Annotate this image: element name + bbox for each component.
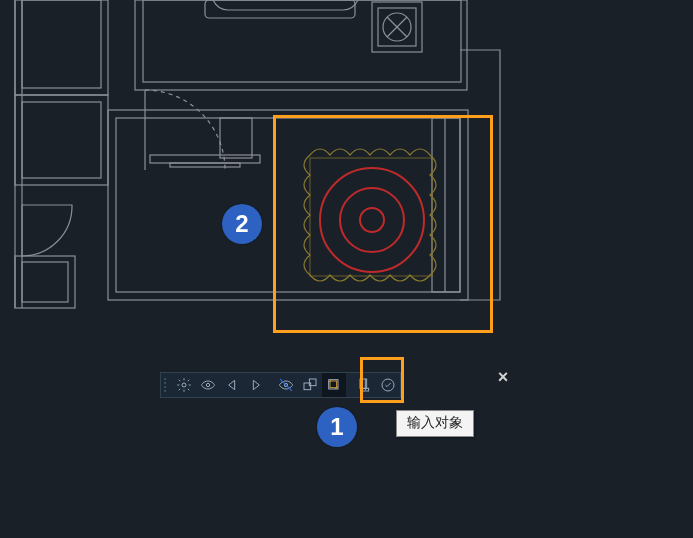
- svg-rect-9: [143, 0, 461, 82]
- svg-point-29: [206, 383, 209, 386]
- tooltip: 输入对象: [396, 410, 474, 437]
- clip-icon: [326, 377, 342, 393]
- toolbar-grip[interactable]: [163, 373, 169, 397]
- svg-rect-5: [22, 102, 101, 178]
- svg-rect-2: [15, 0, 108, 95]
- triangle-left-icon: [224, 377, 240, 393]
- settings-button[interactable]: [172, 373, 196, 397]
- check-circle-icon: [380, 377, 396, 393]
- svg-rect-35: [330, 381, 337, 388]
- svg-point-39: [382, 379, 394, 391]
- drawing-canvas[interactable]: [0, 0, 693, 538]
- svg-rect-4: [15, 95, 108, 185]
- hide-view-button[interactable]: [274, 373, 298, 397]
- scale-icon: [302, 377, 318, 393]
- svg-rect-10: [205, 0, 355, 18]
- visibility-button[interactable]: [196, 373, 220, 397]
- svg-point-25: [360, 208, 384, 232]
- prev-button[interactable]: [220, 373, 244, 397]
- svg-rect-8: [135, 0, 467, 90]
- svg-rect-6: [15, 256, 75, 308]
- svg-rect-17: [108, 110, 468, 300]
- close-icon: ×: [498, 367, 509, 388]
- close-button[interactable]: ×: [494, 368, 512, 386]
- viewer-toolbar: [160, 372, 401, 398]
- svg-rect-7: [22, 262, 68, 302]
- confirm-button[interactable]: [376, 373, 400, 397]
- svg-point-28: [182, 383, 186, 387]
- svg-rect-18: [116, 118, 460, 292]
- scale-button[interactable]: [298, 373, 322, 397]
- doc-icon: [356, 377, 372, 393]
- doc-button[interactable]: [352, 373, 376, 397]
- triangle-right-icon: [248, 377, 264, 393]
- next-button[interactable]: [244, 373, 268, 397]
- cad-drawing: [0, 0, 693, 538]
- tooltip-text: 输入对象: [407, 414, 463, 430]
- svg-point-27: [320, 168, 424, 272]
- eye-slash-icon: [278, 377, 294, 393]
- gear-icon: [176, 377, 192, 393]
- svg-rect-20: [150, 155, 260, 163]
- svg-rect-24: [310, 158, 432, 276]
- input-object-button[interactable]: [322, 373, 346, 397]
- svg-rect-21: [170, 163, 240, 167]
- eye-icon: [200, 377, 216, 393]
- svg-point-26: [340, 188, 404, 252]
- svg-rect-19: [220, 118, 252, 158]
- svg-rect-3: [22, 0, 101, 88]
